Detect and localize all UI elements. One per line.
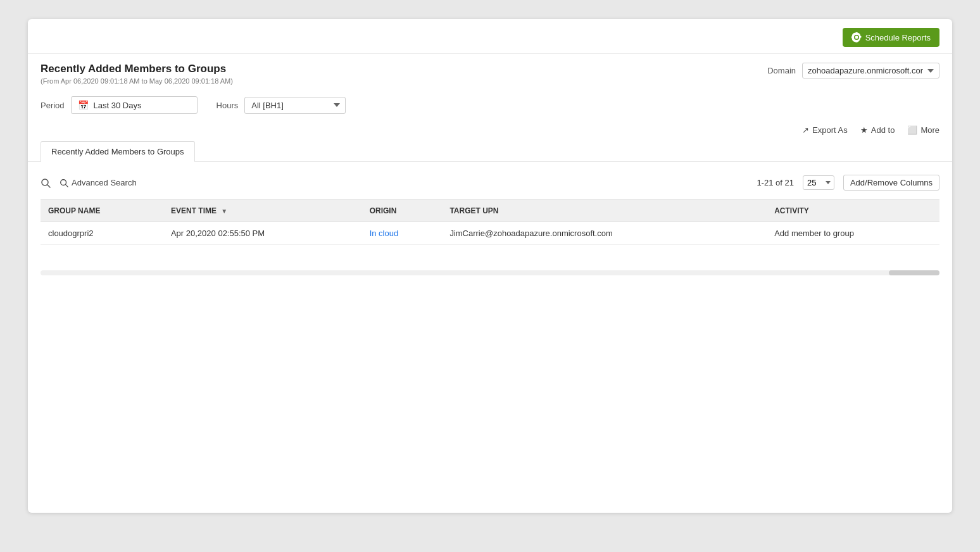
export-as-label: Export As bbox=[812, 125, 848, 135]
report-title: Recently Added Members to Groups bbox=[41, 63, 233, 75]
more-label: More bbox=[920, 125, 939, 135]
header-section: Recently Added Members to Groups (From A… bbox=[28, 54, 952, 91]
schedule-reports-label: Schedule Reports bbox=[865, 33, 931, 42]
calendar-icon: 📅 bbox=[78, 100, 89, 110]
advanced-search-label: Advanced Search bbox=[72, 178, 137, 187]
add-to-label: Add to bbox=[871, 125, 895, 135]
per-page-select[interactable]: 25 50 100 bbox=[803, 175, 834, 190]
search-button[interactable] bbox=[41, 178, 51, 188]
export-as-button[interactable]: ↗ Export As bbox=[802, 125, 848, 135]
more-button[interactable]: ⬜ More bbox=[907, 125, 939, 135]
table-row: cloudogrpri2 Apr 20,2020 02:55:50 PM In … bbox=[41, 222, 939, 245]
search-left: Advanced Search bbox=[41, 178, 137, 188]
period-label: Period bbox=[41, 101, 65, 110]
col-activity: ACTIVITY bbox=[767, 200, 939, 222]
svg-line-3 bbox=[66, 184, 68, 187]
actions-row: ↗ Export As ★ Add to ⬜ More bbox=[28, 123, 952, 141]
hours-label: Hours bbox=[217, 101, 239, 110]
domain-label: Domain bbox=[767, 66, 796, 75]
cell-activity: Add member to group bbox=[767, 222, 939, 245]
report-info: Recently Added Members to Groups (From A… bbox=[41, 63, 233, 85]
period-value: Last 30 Days bbox=[94, 101, 142, 110]
schedule-reports-button[interactable]: Schedule Reports bbox=[843, 28, 939, 47]
col-group-name: GROUP NAME bbox=[41, 200, 163, 222]
table-header: GROUP NAME EVENT TIME ▼ ORIGIN TARGET UP… bbox=[41, 200, 939, 222]
cell-event-time: Apr 20,2020 02:55:50 PM bbox=[163, 222, 362, 245]
cell-group-name: cloudogrpri2 bbox=[41, 222, 163, 245]
col-target-upn: TARGET UPN bbox=[442, 200, 767, 222]
col-event-time[interactable]: EVENT TIME ▼ bbox=[163, 200, 362, 222]
period-filter-group: Period 📅 Last 30 Days bbox=[41, 96, 198, 114]
report-subtitle: (From Apr 06,2020 09:01:18 AM to May 06,… bbox=[41, 77, 233, 85]
hours-select[interactable]: All [BH1]Business HoursNon-Business Hour… bbox=[244, 97, 346, 114]
pagination-info: 1-21 of 21 bbox=[757, 178, 794, 187]
sort-arrow-icon: ▼ bbox=[221, 208, 227, 215]
domain-select[interactable]: zohoadapazure.onmicrosoft.cor bbox=[802, 63, 939, 78]
add-to-button[interactable]: ★ Add to bbox=[860, 125, 895, 135]
export-icon: ↗ bbox=[802, 125, 809, 135]
add-remove-columns-label: Add/Remove Columns bbox=[850, 178, 933, 187]
star-icon: ★ bbox=[860, 125, 868, 135]
hours-filter-group: Hours All [BH1]Business HoursNon-Busines… bbox=[217, 97, 346, 114]
tab-bar: Recently Added Members to Groups bbox=[28, 141, 952, 162]
table-body: cloudogrpri2 Apr 20,2020 02:55:50 PM In … bbox=[41, 222, 939, 245]
add-remove-columns-button[interactable]: Add/Remove Columns bbox=[843, 175, 939, 191]
scroll-indicator bbox=[41, 270, 939, 275]
more-icon: ⬜ bbox=[907, 125, 917, 135]
advanced-search-icon bbox=[60, 179, 68, 187]
top-bar: Schedule Reports bbox=[28, 19, 952, 54]
period-input[interactable]: 📅 Last 30 Days bbox=[71, 96, 198, 114]
col-origin: ORIGIN bbox=[362, 200, 443, 222]
filters-row: Period 📅 Last 30 Days Hours All [BH1]Bus… bbox=[28, 91, 952, 123]
domain-section: Domain zohoadapazure.onmicrosoft.cor bbox=[767, 63, 939, 78]
main-card: Schedule Reports Recently Added Members … bbox=[28, 19, 952, 513]
tab-recently-added[interactable]: Recently Added Members to Groups bbox=[41, 141, 195, 162]
search-icon bbox=[41, 178, 51, 188]
svg-line-1 bbox=[47, 185, 50, 187]
cell-target-upn: JimCarrie@zohoadapazure.onmicrosoft.com bbox=[442, 222, 767, 245]
table-section: Advanced Search 1-21 of 21 25 50 100 Add… bbox=[28, 162, 952, 258]
gear-icon bbox=[851, 32, 862, 42]
search-right: 1-21 of 21 25 50 100 Add/Remove Columns bbox=[757, 175, 939, 191]
cell-origin[interactable]: In cloud bbox=[362, 222, 443, 245]
advanced-search-button[interactable]: Advanced Search bbox=[60, 178, 137, 187]
data-table: GROUP NAME EVENT TIME ▼ ORIGIN TARGET UP… bbox=[41, 199, 939, 245]
scroll-thumb[interactable] bbox=[889, 270, 939, 275]
search-row: Advanced Search 1-21 of 21 25 50 100 Add… bbox=[41, 175, 939, 191]
